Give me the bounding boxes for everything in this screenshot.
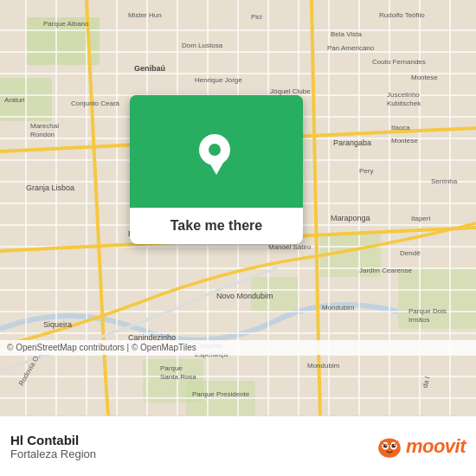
svg-text:Parangaba: Parangaba: [333, 138, 371, 147]
svg-text:Araturi: Araturi: [4, 96, 25, 104]
svg-text:Juscelinho: Juscelinho: [387, 91, 420, 99]
svg-text:Maraponga: Maraponga: [331, 214, 370, 222]
svg-text:Genibaú: Genibaú: [134, 64, 165, 73]
place-name: Hl Contabil: [10, 433, 376, 447]
svg-text:Dom Lustosa: Dom Lustosa: [182, 42, 223, 49]
card-overlay: Take me there: [130, 95, 303, 244]
svg-point-92: [387, 442, 391, 445]
svg-text:Montese: Montese: [391, 137, 418, 145]
svg-text:Siqueira: Siqueira: [43, 320, 72, 329]
map-container: Parque Albano Mister Hun Pici Rudolfo Te…: [0, 0, 476, 415]
svg-text:Manoel Sátiro: Manoel Sátiro: [268, 243, 312, 251]
svg-point-90: [385, 444, 387, 446]
moovit-icon: [376, 433, 403, 460]
svg-text:Jardim Cearense: Jardim Cearense: [359, 267, 412, 274]
svg-text:Rudolfo Teófilo: Rudolfo Teófilo: [379, 11, 425, 19]
svg-text:Pici: Pici: [251, 13, 262, 21]
svg-text:Irmãos: Irmãos: [408, 316, 429, 324]
svg-text:Serrinha: Serrinha: [431, 177, 458, 185]
location-pin: [199, 134, 234, 169]
attribution-bar: © OpenStreetMap contributors | © OpenMap…: [0, 340, 476, 355]
svg-text:Granja Lisboa: Granja Lisboa: [26, 183, 74, 192]
svg-text:Pan Americano: Pan Americano: [327, 44, 375, 52]
bottom-bar: Hl Contabil Fortaleza Region moovit: [0, 415, 476, 476]
moovit-text: moovit: [406, 435, 466, 458]
svg-text:Novo Mondubim: Novo Mondubim: [216, 292, 273, 300]
svg-text:Montese: Montese: [411, 74, 438, 81]
svg-text:Itaperi: Itaperi: [411, 215, 430, 222]
svg-text:Parque: Parque: [160, 364, 183, 372]
svg-text:Parque Albano: Parque Albano: [43, 20, 89, 28]
svg-text:Santa Rosa: Santa Rosa: [160, 373, 196, 381]
svg-text:Pery: Pery: [359, 167, 373, 175]
svg-text:Mondubim: Mondubim: [307, 362, 340, 370]
svg-text:Bela Vista: Bela Vista: [331, 30, 362, 38]
place-info: Hl Contabil Fortaleza Region: [10, 433, 376, 460]
svg-text:Itaoca: Itaoca: [391, 124, 410, 132]
svg-text:Parque Presidente: Parque Presidente: [192, 390, 250, 398]
svg-text:Rondon: Rondon: [30, 131, 55, 138]
svg-text:Mister Hun: Mister Hun: [128, 11, 162, 19]
place-region: Fortaleza Region: [10, 447, 376, 460]
take-me-there-button[interactable]: Take me there: [130, 208, 303, 244]
svg-text:Couto Fernandes: Couto Fernandes: [372, 58, 426, 66]
card-map-area: [130, 95, 303, 208]
svg-text:Mondubim: Mondubim: [322, 304, 355, 312]
attribution-text: © OpenStreetMap contributors | © OpenMap…: [7, 343, 196, 352]
svg-text:Parque Dois: Parque Dois: [408, 307, 447, 315]
svg-text:Kubitschek: Kubitschek: [387, 100, 421, 107]
moovit-logo[interactable]: moovit: [376, 433, 466, 460]
svg-text:Conjunto Ceará: Conjunto Ceará: [71, 100, 120, 107]
svg-text:Jóquel Clube: Jóquel Clube: [270, 87, 311, 95]
svg-text:Marechal: Marechal: [30, 122, 59, 130]
svg-text:Dendê: Dendê: [400, 249, 421, 257]
svg-text:Henrique Jorge: Henrique Jorge: [195, 76, 242, 84]
